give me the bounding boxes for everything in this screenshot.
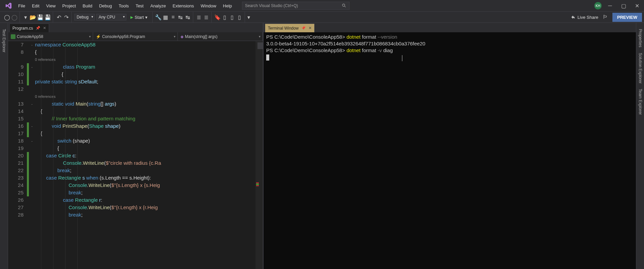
code-line[interactable]: Console.WriteLine($"{r.Length} x {r.Heig [35,204,263,211]
menu-extensions[interactable]: Extensions [169,1,197,10]
tbicon-7[interactable]: ≣ [203,14,209,20]
code-line[interactable]: Console.WriteLine($"circle with radius {… [35,159,263,167]
fold-toggle [29,211,35,219]
fold-toggle [29,56,35,63]
fold-toggle [29,204,35,211]
start-button[interactable]: Start ▾ [128,14,150,21]
code-line[interactable]: case Rectangle s when (s.Length == s.Hei… [35,174,263,182]
team-explorer-tab[interactable]: Team Explorer [637,86,643,117]
terminal-close-icon[interactable]: ✕ [309,26,312,30]
fold-toggle[interactable]: - [29,63,35,71]
menu-window[interactable]: Window [197,1,219,10]
tbicon-3[interactable]: ≡ [170,14,176,20]
tab-close-icon[interactable]: ✕ [43,26,46,30]
save-all-icon[interactable]: 💾 [45,14,51,20]
fold-toggle [29,71,35,78]
code-line[interactable]: { [35,71,263,78]
code-line[interactable]: namespace ConsoleApp58 [35,41,263,48]
nav-fwd-icon[interactable]: ◯ [11,14,17,20]
code-line[interactable]: case Rectangle r: [35,196,263,204]
code-line[interactable]: break; [35,189,263,196]
menu-test[interactable]: Test [132,1,147,10]
tbicon-10[interactable]: ▯ [237,14,243,20]
code-line[interactable]: // Inner function and pattern matching [35,115,263,122]
platform-dropdown[interactable]: Any CPU [96,14,126,21]
crumb-project[interactable]: ConsoleApp58 [8,32,93,41]
code-line[interactable]: { [35,48,263,56]
code-line[interactable]: break; [35,167,263,174]
tbicon-1[interactable]: 🔧 [155,14,161,20]
tbicon-5[interactable]: ↹ [185,14,191,20]
tbicon-6[interactable]: ≣ [196,14,202,20]
codelens-references[interactable]: 0 references [35,93,263,100]
open-file-icon[interactable]: 📂 [30,14,36,20]
tbicon-4[interactable]: ↹ [177,14,184,20]
fold-toggle [29,152,35,159]
undo-icon[interactable]: ↶ [56,14,62,20]
toolbar-overflow-icon[interactable]: ▾ [246,14,252,20]
terminal-body[interactable]: PS C:\Code\Demo\ConsoleApp58> dotnet for… [264,32,636,269]
terminal-line: 3.0.0-beta4-19105-10+70a2f514eb3932648f7… [266,40,633,47]
preview-button[interactable]: PREVIEW [612,13,642,22]
properties-tab[interactable]: Properties [637,26,643,50]
menu-debug[interactable]: Debug [96,1,115,10]
scrollbar-thumb[interactable] [257,42,263,49]
bookmark-icon[interactable]: 🔖 [214,14,220,20]
nav-back-icon[interactable]: ◯ [4,14,10,20]
code-body[interactable]: namespace ConsoleApp58{ 0 references cla… [35,41,263,269]
fold-toggle[interactable]: - [29,41,35,48]
search-box[interactable]: Search Visual Studio (Ctrl+Q) [242,2,350,10]
code-line[interactable]: case Circle c: [35,152,263,159]
fold-toggle [29,182,35,189]
code-line[interactable]: Console.WriteLine($"{s.Length} x {s.Heig [35,182,263,189]
menu-project[interactable]: Project [59,1,79,10]
code-line[interactable] [35,85,263,93]
crumb-method[interactable]: ◈Main(string[] args) [178,32,263,41]
solution-explorer-tab[interactable]: Solution Explorer [637,50,643,86]
menu-edit[interactable]: Edit [29,1,43,10]
code-line[interactable]: { [35,108,263,115]
user-avatar[interactable]: KH [594,2,602,9]
code-line[interactable]: { [35,145,263,152]
codelens-references[interactable]: 0 references [35,56,263,63]
fold-toggle[interactable]: - [29,100,35,108]
redo-icon[interactable]: ↷ [63,14,69,20]
new-project-icon[interactable]: ▾ [23,14,29,20]
terminal-tab-row: Terminal Window 📌 ✕ [264,23,636,32]
fold-toggle[interactable]: - [29,137,35,145]
close-button[interactable]: ✕ [632,2,642,10]
save-icon[interactable]: 💾 [37,14,43,20]
editor-scrollbar[interactable] [255,41,263,269]
code-editor[interactable]: 7891011121314151617181920212223242526272… [8,41,263,269]
code-line[interactable]: private static string sDefault; [35,78,263,85]
breadcrumb: ConsoleApp58 ⚡ConsoleApp58.Program ◈Main… [8,32,263,41]
live-share-button[interactable]: Live Share [571,15,598,20]
feedback-icon[interactable]: 🏳 [602,14,608,20]
test-explorer-tab[interactable]: Test Explorer [1,26,7,55]
code-line[interactable]: break; [35,211,263,219]
tbicon-2[interactable]: ▦ [163,14,169,20]
crumb-class[interactable]: ⚡ConsoleApp58.Program [93,32,178,41]
config-dropdown[interactable]: Debug [74,14,95,21]
code-line[interactable]: static void Main(string[] args) [35,100,263,108]
code-line[interactable]: class Program [35,63,263,71]
fold-toggle [29,174,35,182]
code-line[interactable]: switch (shape) [35,137,263,145]
minimize-button[interactable]: ─ [605,2,615,10]
tbicon-9[interactable]: ▯ [229,14,235,20]
menu-help[interactable]: Help [219,1,235,10]
maximize-button[interactable]: ▢ [618,2,629,10]
menu-analyze[interactable]: Analyze [147,1,169,10]
menu-build[interactable]: Build [79,1,96,10]
fold-toggle[interactable]: - [29,122,35,130]
terminal-tab[interactable]: Terminal Window 📌 ✕ [265,24,315,32]
pin-icon[interactable]: 📌 [36,26,40,30]
menu-view[interactable]: View [43,1,59,10]
menu-file[interactable]: File [15,1,29,10]
code-line[interactable]: { [35,130,263,137]
tbicon-8[interactable]: ▯ [222,14,228,20]
editor-tab[interactable]: Program.cs 📌 ✕ [9,24,49,32]
menu-tools[interactable]: Tools [115,1,132,10]
terminal-pin-icon[interactable]: 📌 [301,26,306,30]
code-line[interactable]: void PrintShape(Shape shape) [35,122,263,130]
